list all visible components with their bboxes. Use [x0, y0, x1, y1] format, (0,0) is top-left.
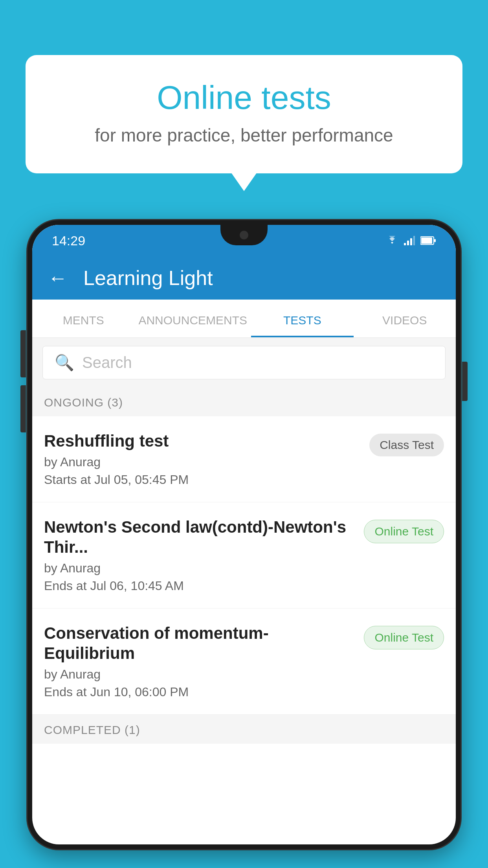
- test-item-1[interactable]: Reshuffling test by Anurag Starts at Jul…: [32, 416, 456, 502]
- test-author-2: by Anurag: [44, 561, 356, 576]
- wifi-icon: [386, 236, 398, 245]
- test-item-3[interactable]: Conservation of momentum-Equilibrium by …: [32, 609, 456, 715]
- status-time: 14:29: [52, 233, 85, 248]
- test-name-1: Reshuffling test: [44, 431, 361, 451]
- search-bar[interactable]: 🔍 Search: [42, 346, 446, 379]
- svg-rect-1: [407, 241, 409, 245]
- tab-videos[interactable]: VIDEOS: [354, 300, 456, 337]
- completed-label: COMPLETED (1): [44, 723, 140, 736]
- search-input[interactable]: Search: [82, 354, 132, 371]
- completed-section: COMPLETED (1): [32, 715, 456, 744]
- test-badge-1: Class Test: [369, 434, 444, 456]
- speech-bubble: Online tests for more practice, better p…: [26, 55, 462, 173]
- svg-rect-2: [410, 238, 412, 245]
- status-icons: [386, 236, 436, 245]
- test-badge-2: Online Test: [364, 520, 444, 543]
- svg-rect-5: [421, 237, 432, 244]
- app-header: ← Learning Light: [32, 256, 456, 300]
- tab-bar: MENTS ANNOUNCEMENTS TESTS VIDEOS: [32, 300, 456, 338]
- speech-bubble-container: Online tests for more practice, better p…: [26, 55, 462, 173]
- test-list: Reshuffling test by Anurag Starts at Jul…: [32, 416, 456, 715]
- test-info-3: Conservation of momentum-Equilibrium by …: [44, 623, 356, 699]
- tab-announcements[interactable]: ANNOUNCEMENTS: [134, 300, 251, 337]
- svg-rect-3: [413, 236, 415, 245]
- phone-screen: 14:29: [32, 225, 456, 844]
- test-name-2: Newton's Second law(contd)-Newton's Thir…: [44, 517, 356, 557]
- test-author-1: by Anurag: [44, 455, 361, 469]
- tab-tests[interactable]: TESTS: [251, 300, 353, 337]
- speech-bubble-subtitle: for more practice, better performance: [57, 125, 431, 146]
- test-item-2[interactable]: Newton's Second law(contd)-Newton's Thir…: [32, 502, 456, 609]
- camera: [240, 231, 248, 239]
- back-button[interactable]: ←: [48, 267, 68, 289]
- test-name-3: Conservation of momentum-Equilibrium: [44, 623, 356, 663]
- search-container: 🔍 Search: [32, 338, 456, 387]
- battery-icon: [420, 236, 436, 245]
- tab-ments[interactable]: MENTS: [32, 300, 134, 337]
- status-bar: 14:29: [32, 225, 456, 256]
- test-author-3: by Anurag: [44, 667, 356, 682]
- search-icon: 🔍: [55, 353, 74, 372]
- signal-icon: [404, 236, 415, 245]
- svg-rect-0: [404, 243, 406, 245]
- notch: [220, 225, 268, 245]
- speech-bubble-title: Online tests: [57, 79, 431, 117]
- test-badge-3: Online Test: [364, 626, 444, 649]
- phone-wrapper: 14:29: [28, 220, 460, 868]
- phone-device: 14:29: [28, 220, 460, 849]
- ongoing-section-header: ONGOING (3): [32, 387, 456, 416]
- test-time-3: Ends at Jun 10, 06:00 PM: [44, 685, 356, 699]
- test-time-1: Starts at Jul 05, 05:45 PM: [44, 473, 361, 487]
- test-info-2: Newton's Second law(contd)-Newton's Thir…: [44, 517, 356, 593]
- test-time-2: Ends at Jul 06, 10:45 AM: [44, 579, 356, 593]
- test-info-1: Reshuffling test by Anurag Starts at Jul…: [44, 431, 361, 487]
- svg-rect-6: [434, 239, 436, 242]
- ongoing-label: ONGOING (3): [44, 396, 123, 409]
- app-title: Learning Light: [83, 266, 213, 290]
